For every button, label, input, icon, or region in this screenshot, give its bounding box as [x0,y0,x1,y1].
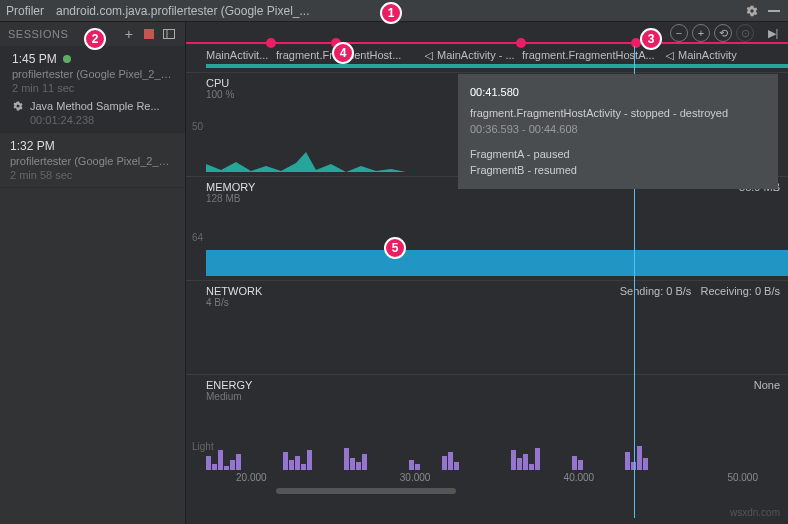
session-method: Java Method Sample Re... [30,100,160,112]
profiler-content: − + ⟲ ⊙ ▶| MainActivit... fragment.Fragm… [186,22,788,524]
tooltip-line: FragmentB - resumed [470,162,766,179]
session-method-time: 00:01:24.238 [12,114,175,126]
session-time: 1:32 PM [10,139,55,153]
callout-5: 5 [384,237,406,259]
sessions-sidebar: SESSIONS + 1:45 PM profilertester (Googl… [0,22,186,524]
network-scale: 4 B/s [186,297,788,308]
energy-section[interactable]: ENERGY Medium None Light [186,374,788,494]
callout-2: 2 [84,28,106,50]
network-value: Sending: 0 B/s Receiving: 0 B/s [620,285,780,297]
callout-4: 4 [332,42,354,64]
energy-value: None [754,379,780,391]
cpu-tick: 50 [192,121,203,132]
zoom-controls: − + ⟲ ⊙ ▶| [670,24,782,42]
watermark: wsxdn.com [730,507,780,518]
callout-1: 1 [380,2,402,24]
energy-scale: Medium [186,391,788,402]
tooltip-title: fragment.FragmentHostActivity - stopped … [470,105,766,122]
time-tick: 50.000 [727,472,758,492]
activity-progress-bar [206,64,788,68]
callout-3: 3 [640,28,662,50]
activity-segment: MainActivit... [206,49,276,61]
tab-profiler[interactable]: Profiler [6,4,44,18]
time-tick: 40.000 [564,472,595,492]
activity-segment: MainActivity [678,49,737,61]
add-session-icon[interactable]: + [121,26,137,42]
activity-timeline-line [186,42,788,44]
tab-process[interactable]: android.com.java.profilertester (Google … [56,4,309,18]
svg-rect-0 [768,10,780,12]
gear-icon[interactable] [744,3,760,19]
session-item[interactable]: 1:45 PM profilertester (Google Pixel_2_A… [0,46,185,133]
session-time: 1:45 PM [12,52,57,66]
session-device: profilertester (Google Pixel_2_API... [12,68,175,80]
method-gear-icon [12,100,24,112]
hover-tooltip: 00:41.580 fragment.FragmentHostActivity … [458,74,778,189]
session-duration: 2 min 11 sec [12,82,175,94]
zoom-fit-icon[interactable]: ⊙ [736,24,754,42]
tooltip-time: 00:41.580 [470,84,766,101]
tooltip-range: 00:36.593 - 00:44.608 [470,121,766,138]
activity-segment: fragment.FragmentHostA... [522,49,662,61]
zoom-out-icon[interactable]: − [670,24,688,42]
session-item[interactable]: 1:32 PM profilertester (Google Pixel_2_A… [0,133,185,188]
time-tick: 20.000 [236,472,267,492]
sessions-label: SESSIONS [8,28,68,40]
memory-section[interactable]: MEMORY 128 MB 58.9 MB 64 [186,176,788,276]
memory-chart [206,250,788,276]
time-range-slider[interactable] [276,488,456,494]
memory-tick: 64 [192,232,203,243]
zoom-reset-icon[interactable]: ⟲ [714,24,732,42]
tooltip-line: FragmentA - paused [470,146,766,163]
stop-session-icon[interactable] [141,26,157,42]
go-live-icon[interactable]: ▶| [764,24,782,42]
session-duration: 2 min 58 sec [10,169,175,181]
activity-segment: MainActivity - ... [437,49,522,61]
energy-title: ENERGY [186,375,788,391]
network-section[interactable]: NETWORK 4 B/s Sending: 0 B/s Receiving: … [186,280,788,370]
memory-scale: 128 MB [186,193,788,204]
activity-strip[interactable]: MainActivit... fragment.FragmentHost... … [186,46,788,64]
svg-rect-1 [164,30,175,39]
back-nav-icon: ▷ [666,49,674,62]
zoom-in-icon[interactable]: + [692,24,710,42]
panel-toggle-icon[interactable] [161,26,177,42]
session-device: profilertester (Google Pixel_2_API... [10,155,175,167]
minimize-icon[interactable] [766,3,782,19]
energy-chart [206,430,788,470]
live-indicator-icon [63,55,71,63]
back-nav-icon: ▷ [425,49,433,62]
